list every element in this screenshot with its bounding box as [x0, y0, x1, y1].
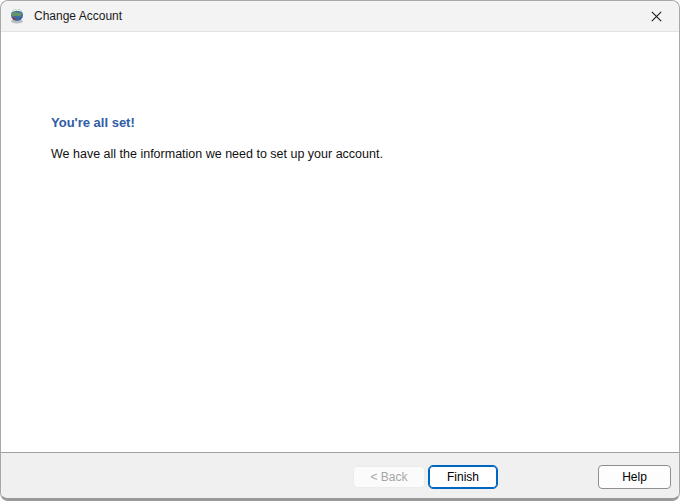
close-icon	[651, 11, 662, 22]
confirmation-text: We have all the information we need to s…	[51, 147, 383, 161]
title-bar: Change Account	[1, 1, 679, 32]
back-button[interactable]: < Back	[353, 466, 425, 488]
app-icon	[9, 8, 25, 24]
window-title: Change Account	[34, 9, 122, 23]
content-area: You're all set! We have all the informat…	[1, 33, 679, 452]
change-account-dialog: Change Account You're all set! We have a…	[0, 0, 680, 501]
footer-bar: < Back Finish Help	[1, 452, 679, 498]
finish-button[interactable]: Finish	[428, 465, 498, 489]
close-button[interactable]	[634, 1, 679, 32]
all-set-heading: You're all set!	[51, 115, 135, 130]
help-button[interactable]: Help	[598, 465, 671, 489]
